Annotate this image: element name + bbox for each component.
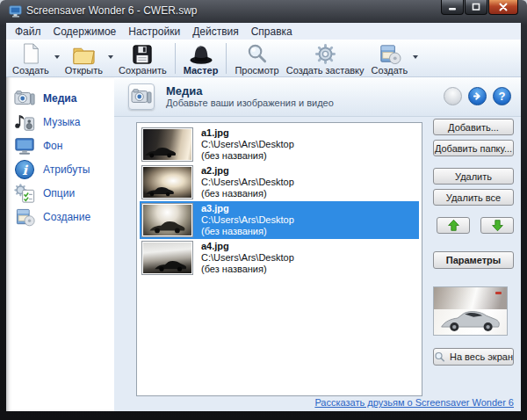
media-item-path: C:\Users\Ars\Desktop bbox=[201, 252, 294, 264]
media-thumbnail bbox=[141, 127, 193, 162]
toolbar-build-screensaver-button[interactable]: Создать заставку bbox=[283, 40, 368, 77]
toolbar-create-dropdown[interactable] bbox=[411, 45, 420, 69]
media-item-caption: (без названия) bbox=[201, 226, 294, 237]
close-button[interactable] bbox=[488, 0, 518, 15]
media-page-body: a1.jpg C:\Users\Ars\Desktop (без названи… bbox=[114, 118, 521, 411]
forward-circle-button[interactable] bbox=[468, 87, 487, 105]
monitor-icon bbox=[14, 135, 35, 156]
content-area: Медиа Музыка Фон i Атрибуты Опции bbox=[6, 77, 521, 411]
toolbar-open-dropdown[interactable] bbox=[106, 45, 115, 69]
main-panel: Медиа Добавьте ваши изображения и видео … bbox=[114, 77, 521, 411]
app-monitor-icon bbox=[9, 4, 23, 18]
menu-actions[interactable]: Действия bbox=[186, 24, 245, 40]
media-item-name: a1.jpg bbox=[201, 127, 294, 139]
maximize-button[interactable] bbox=[465, 0, 487, 15]
sidebar-item-music[interactable]: Музыка bbox=[6, 110, 114, 134]
minimize-button[interactable] bbox=[441, 0, 464, 15]
arrow-right-icon bbox=[473, 91, 482, 101]
delete-all-button[interactable]: Удалить все bbox=[433, 189, 514, 206]
package-box-icon bbox=[378, 41, 401, 65]
toolbar: Создать Открыть Сохранить bbox=[6, 40, 521, 77]
open-folder-icon bbox=[72, 41, 96, 65]
page-header-text: Медиа Добавьте ваши изображения и видео bbox=[166, 84, 334, 109]
media-item-meta: a2.jpg C:\Users\Ars\Desktop (без названи… bbox=[201, 165, 294, 199]
menu-bar: Файл Содержимое Настройки Действия Справ… bbox=[6, 23, 521, 40]
fullscreen-button-label: На весь экран bbox=[450, 351, 513, 362]
camera-icon bbox=[128, 83, 155, 110]
maximize-icon bbox=[472, 3, 480, 11]
toolbar-create-button[interactable]: Создать bbox=[368, 40, 412, 77]
media-item-meta: a4.jpg C:\Users\Ars\Desktop (без названи… bbox=[201, 241, 294, 275]
toolbar-separator bbox=[226, 43, 227, 74]
minimize-icon bbox=[448, 4, 457, 11]
media-list-item[interactable]: a2.jpg C:\Users\Ars\Desktop (без названи… bbox=[140, 163, 419, 201]
toolbar-wizard-button[interactable]: Мастер bbox=[180, 40, 222, 77]
media-item-meta: a1.jpg C:\Users\Ars\Desktop (без названи… bbox=[201, 127, 294, 162]
media-item-path: C:\Users\Ars\Desktop bbox=[201, 214, 294, 226]
fullscreen-button[interactable]: На весь экран bbox=[433, 348, 514, 366]
page-title: Медиа bbox=[166, 84, 334, 98]
title-bar[interactable]: Screensaver Wonder 6 - CWER.swp bbox=[0, 0, 527, 23]
media-list-item[interactable]: a1.jpg C:\Users\Ars\Desktop (без названи… bbox=[140, 126, 419, 163]
media-thumbnail bbox=[141, 241, 193, 275]
wizard-hat-icon bbox=[189, 41, 213, 65]
package-box-icon bbox=[14, 206, 35, 228]
page-header: Медиа Добавьте ваши изображения и видео … bbox=[114, 77, 521, 117]
media-thumbnail bbox=[141, 165, 193, 199]
toolbar-new-dropdown[interactable] bbox=[53, 45, 61, 69]
media-list-item[interactable]: a4.jpg C:\Users\Ars\Desktop (без названи… bbox=[140, 239, 419, 277]
green-arrow-down-icon bbox=[491, 219, 504, 232]
media-item-meta: a3.jpg C:\Users\Ars\Desktop (без названи… bbox=[201, 203, 294, 237]
sidebar-item-background[interactable]: Фон bbox=[6, 134, 114, 157]
media-thumbnail bbox=[141, 203, 193, 237]
preview-magnifier-icon bbox=[246, 41, 268, 65]
menu-settings[interactable]: Настройки bbox=[122, 24, 186, 40]
nav-buttons: ? bbox=[444, 87, 511, 105]
chevron-down-icon bbox=[54, 55, 60, 59]
toolbar-new-button[interactable]: Создать bbox=[9, 40, 53, 77]
move-up-button[interactable] bbox=[437, 217, 470, 234]
new-document-icon bbox=[21, 41, 40, 65]
add-folder-button[interactable]: Добавить папку... bbox=[433, 140, 514, 156]
media-item-path: C:\Users\Ars\Desktop bbox=[201, 177, 294, 188]
question-mark-icon: ? bbox=[499, 91, 506, 102]
toolbar-save-button[interactable]: Сохранить bbox=[115, 40, 170, 77]
media-item-caption: (без названия) bbox=[201, 188, 294, 199]
media-list-item-selected[interactable]: a3.jpg C:\Users\Ars\Desktop (без названи… bbox=[140, 201, 419, 239]
magnifier-icon bbox=[434, 351, 445, 363]
add-button[interactable]: Добавить... bbox=[433, 119, 514, 135]
sidebar-item-creation[interactable]: Создание bbox=[6, 205, 114, 228]
build-gear-icon bbox=[314, 41, 336, 65]
tell-friends-link[interactable]: Рассказать друзьям о Screensaver Wonder … bbox=[314, 397, 514, 408]
window-title: Screensaver Wonder 6 - CWER.swp bbox=[26, 0, 198, 22]
sidebar-item-options[interactable]: Опции bbox=[6, 181, 114, 205]
delete-button[interactable]: Удалить bbox=[433, 168, 514, 185]
back-circle-button[interactable] bbox=[444, 87, 462, 105]
media-item-caption: (без названия) bbox=[201, 150, 294, 162]
chevron-down-icon bbox=[413, 55, 418, 59]
save-floppy-icon bbox=[132, 41, 153, 65]
toolbar-separator bbox=[175, 43, 176, 74]
parameters-button[interactable]: Параметры bbox=[433, 251, 514, 269]
sidebar-item-media[interactable]: Медиа bbox=[6, 86, 114, 110]
media-item-name: a4.jpg bbox=[201, 241, 294, 252]
music-icon bbox=[14, 112, 35, 133]
chevron-down-icon bbox=[108, 55, 113, 59]
move-down-button[interactable] bbox=[480, 217, 514, 234]
selected-media-preview bbox=[433, 286, 508, 336]
help-circle-button[interactable]: ? bbox=[493, 87, 511, 105]
camera-icon bbox=[14, 88, 35, 109]
sidebar-item-attributes[interactable]: i Атрибуты bbox=[6, 157, 114, 181]
menu-help[interactable]: Справка bbox=[245, 24, 299, 40]
media-item-caption: (без названия) bbox=[201, 264, 294, 275]
green-arrow-up-icon bbox=[447, 219, 460, 232]
toolbar-preview-button[interactable]: Просмотр bbox=[231, 40, 282, 77]
media-list[interactable]: a1.jpg C:\Users\Ars\Desktop (без названи… bbox=[136, 122, 422, 396]
menu-content[interactable]: Содержимое bbox=[47, 24, 123, 40]
app-window: Screensaver Wonder 6 - CWER.swp Файл Сод… bbox=[0, 0, 527, 420]
menu-file[interactable]: Файл bbox=[9, 24, 47, 40]
media-item-name: a2.jpg bbox=[201, 165, 294, 177]
toolbar-open-button[interactable]: Открыть bbox=[61, 40, 106, 77]
close-icon bbox=[499, 3, 508, 11]
info-icon: i bbox=[14, 159, 35, 180]
